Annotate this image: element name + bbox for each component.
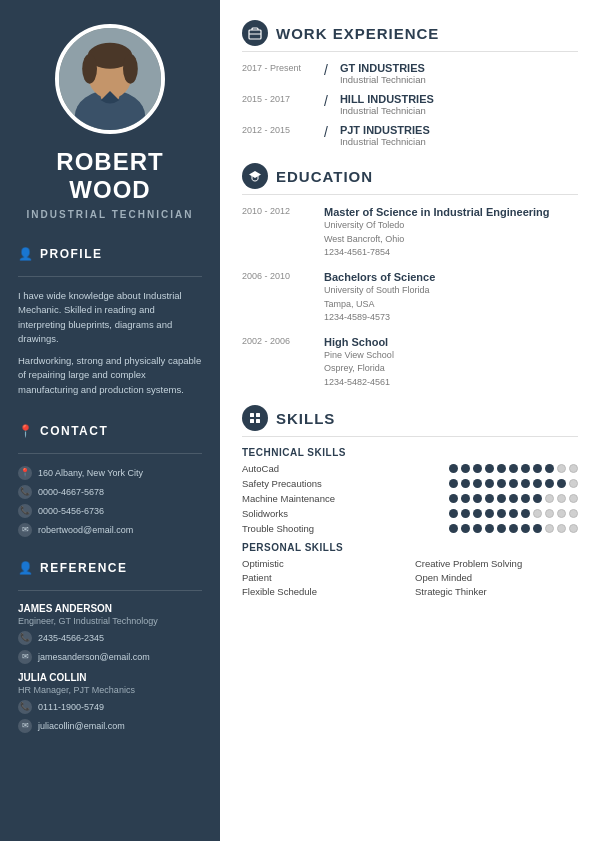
ref1-role: Engineer, GT Industrial Technology: [18, 616, 202, 626]
technical-skills-title: TECHNICAL SKILLS: [242, 447, 578, 458]
work-divider-icon: /: [324, 93, 328, 109]
skill-name: AutoCad: [242, 463, 352, 474]
profile-text-2: Hardworking, strong and physically capab…: [18, 354, 202, 397]
skills-section-title: SKILLS: [276, 410, 335, 427]
skill-row: Trouble Shooting: [242, 523, 578, 534]
person-name: ROBERT WOOD: [56, 148, 163, 203]
edu-school: University Of ToledoWest Bancroft, Ohio1…: [324, 219, 550, 260]
dot-filled: [509, 479, 518, 488]
dot-filled: [521, 524, 530, 533]
skills-section-header: SKILLS: [242, 405, 578, 437]
work-entry: 2012 - 2015 / PJT INDUSTRIES Industrial …: [242, 124, 578, 147]
person-title: INDUSTRIAL TECHNICIAN: [27, 209, 194, 220]
svg-rect-12: [256, 419, 260, 423]
personal-skill: Strategic Thinker: [415, 586, 578, 597]
work-entries: 2017 - Present / GT INDUSTRIES Industria…: [242, 62, 578, 147]
edu-entry: 2002 - 2006 High School Pine View School…: [242, 335, 578, 390]
dot-filled: [461, 509, 470, 518]
phone-icon-1: 📞: [18, 485, 32, 499]
work-icon: [242, 20, 268, 46]
edu-years: 2006 - 2010: [242, 270, 314, 281]
ref1-phone-icon: 📞: [18, 631, 32, 645]
edu-degree: Master of Science in Industrial Engineer…: [324, 205, 550, 219]
svg-point-5: [82, 54, 97, 84]
edu-entries: 2010 - 2012 Master of Science in Industr…: [242, 205, 578, 389]
dot-filled: [473, 464, 482, 473]
work-entry: 2015 - 2017 / HILL INDUSTRIES Industrial…: [242, 93, 578, 116]
dot-filled: [449, 509, 458, 518]
dot-filled: [461, 464, 470, 473]
education-section: EDUCATION 2010 - 2012 Master of Science …: [242, 163, 578, 389]
dot-filled: [485, 509, 494, 518]
dot-empty: [569, 494, 578, 503]
ref2-email-icon: ✉: [18, 719, 32, 733]
dot-filled: [449, 464, 458, 473]
dot-empty: [569, 524, 578, 533]
skill-dots: [449, 464, 578, 473]
skills-section: SKILLS TECHNICAL SKILLS AutoCad Safety P…: [242, 405, 578, 597]
svg-rect-11: [250, 419, 254, 423]
edu-degree: Bachelors of Science: [324, 270, 435, 284]
technical-skills: AutoCad Safety Precautions Machine Maint…: [242, 463, 578, 534]
dot-filled: [497, 524, 506, 533]
dot-empty: [557, 509, 566, 518]
skill-row: Safety Precautions: [242, 478, 578, 489]
work-company: PJT INDUSTRIES: [340, 124, 430, 136]
skill-name: Trouble Shooting: [242, 523, 352, 534]
work-role: Industrial Technician: [340, 105, 434, 116]
dot-empty: [557, 464, 566, 473]
dot-filled: [461, 494, 470, 503]
work-divider-icon: /: [324, 62, 328, 78]
edu-entry: 2006 - 2010 Bachelors of Science Univers…: [242, 270, 578, 325]
profile-text-1: I have wide knowledge about Industrial M…: [18, 289, 202, 346]
dot-empty: [545, 509, 554, 518]
work-years: 2017 - Present: [242, 62, 314, 73]
reference-icon: 👤: [18, 560, 34, 576]
dot-filled: [509, 494, 518, 503]
dot-filled: [557, 479, 566, 488]
personal-skills-title: PERSONAL SKILLS: [242, 542, 578, 553]
skill-dots: [449, 509, 578, 518]
location-icon: 📍: [18, 466, 32, 480]
work-company: GT INDUSTRIES: [340, 62, 426, 74]
dot-filled: [545, 479, 554, 488]
dot-filled: [461, 479, 470, 488]
skill-name: Solidworks: [242, 508, 352, 519]
sidebar: ROBERT WOOD INDUSTRIAL TECHNICIAN 👤 PROF…: [0, 0, 220, 841]
work-role: Industrial Technician: [340, 74, 426, 85]
work-details: GT INDUSTRIES Industrial Technician: [340, 62, 426, 85]
dot-filled: [485, 494, 494, 503]
dot-filled: [473, 524, 482, 533]
edu-details: Master of Science in Industrial Engineer…: [324, 205, 550, 260]
dot-filled: [473, 479, 482, 488]
main-content: WORK EXPERIENCE 2017 - Present / GT INDU…: [220, 0, 600, 841]
dot-filled: [521, 509, 530, 518]
skill-dots: [449, 524, 578, 533]
personal-skill: Flexible Schedule: [242, 586, 405, 597]
contact-email-item: ✉ robertwood@email.com: [18, 523, 202, 537]
edu-years: 2010 - 2012: [242, 205, 314, 216]
dot-empty: [569, 479, 578, 488]
contact-phone1-item: 📞 0000-4667-5678: [18, 485, 202, 499]
phone-icon-2: 📞: [18, 504, 32, 518]
work-details: HILL INDUSTRIES Industrial Technician: [340, 93, 434, 116]
avatar: [55, 24, 165, 134]
dot-filled: [449, 494, 458, 503]
dot-empty: [569, 509, 578, 518]
personal-skill: Creative Problem Solving: [415, 558, 578, 569]
dot-filled: [497, 494, 506, 503]
personal-skills: OptimisticCreative Problem SolvingPatien…: [242, 558, 578, 597]
skill-name: Safety Precautions: [242, 478, 352, 489]
contact-section-title: 📍 CONTACT: [18, 423, 202, 439]
dot-filled: [521, 479, 530, 488]
dot-filled: [485, 464, 494, 473]
edu-details: High School Pine View SchoolOsprey, Flor…: [324, 335, 394, 390]
work-experience-section: WORK EXPERIENCE 2017 - Present / GT INDU…: [242, 20, 578, 147]
work-section-header: WORK EXPERIENCE: [242, 20, 578, 52]
dot-filled: [461, 524, 470, 533]
email-icon: ✉: [18, 523, 32, 537]
personal-skill: Open Minded: [415, 572, 578, 583]
svg-point-6: [123, 54, 138, 84]
dot-filled: [473, 509, 482, 518]
work-details: PJT INDUSTRIES Industrial Technician: [340, 124, 430, 147]
